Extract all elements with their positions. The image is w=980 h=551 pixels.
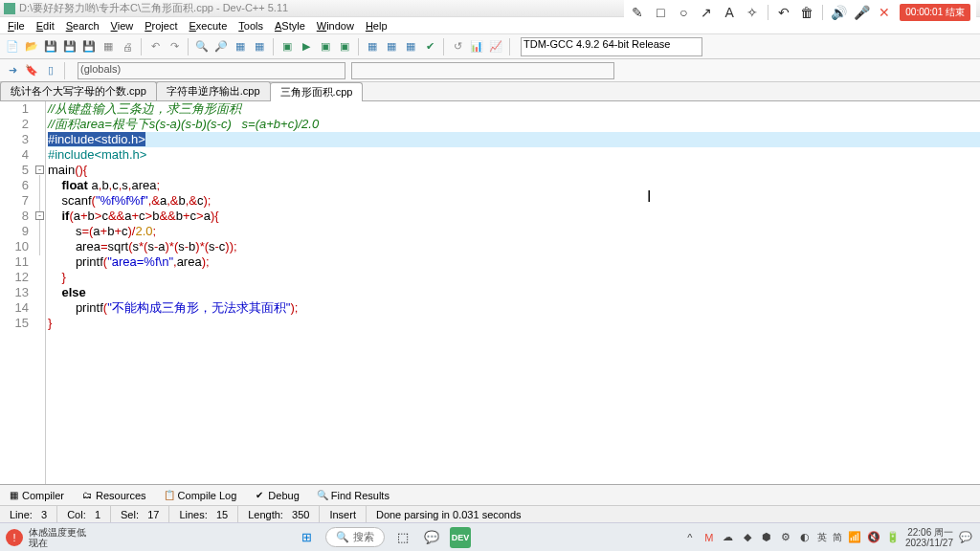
onedrive-icon[interactable]: ☁ — [722, 531, 735, 544]
goto-icon[interactable]: ▦ — [251, 38, 268, 55]
close-icon[interactable]: ▦ — [100, 38, 117, 55]
tray-icon[interactable]: M — [702, 531, 716, 544]
save-icon[interactable]: 💾 — [42, 38, 59, 55]
taskbar-search[interactable]: 🔍 搜索 — [325, 527, 385, 547]
debug-icon[interactable]: ▦ — [364, 38, 381, 55]
speaker-icon[interactable]: 🔊 — [831, 5, 846, 20]
editor-tab[interactable]: 统计各个大写字母的个数.cpp — [0, 81, 157, 100]
new-file-icon[interactable]: 📄 — [4, 38, 21, 55]
square-icon[interactable]: □ — [653, 5, 668, 20]
system-tray[interactable]: ^ M ☁ ◆ ⬢ ⚙ ◐ 英 简 📶 🔇 🔋 22:06 周一 2023/11… — [676, 527, 980, 548]
fold-toggle-icon[interactable]: - — [35, 211, 44, 220]
ime-lang[interactable]: 英 — [817, 531, 827, 544]
menu-view[interactable]: View — [105, 18, 140, 33]
windows-taskbar[interactable]: ! 体感温度更低 现在 ⊞ 🔍 搜索 ⬚ 💬 DEV ^ M ☁ ◆ ⬢ ⚙ ◐… — [0, 522, 980, 551]
tray-icon[interactable]: ◐ — [798, 531, 812, 544]
compile-icon[interactable]: ▣ — [278, 38, 296, 55]
menu-astyle[interactable]: AStyle — [269, 18, 311, 33]
code-line[interactable]: float a,b,c,s,area; — [48, 178, 980, 193]
code-line[interactable]: #include<math.h> — [48, 147, 980, 163]
bottom-tab-compiler[interactable]: ▦Compiler — [4, 488, 68, 503]
debug2-icon[interactable]: ▦ — [402, 38, 419, 55]
chart-icon[interactable]: 📊 — [468, 38, 485, 55]
tray-icon[interactable]: ⬢ — [760, 531, 773, 544]
compiler-select[interactable]: TDM-GCC 4.9.2 64-bit Release — [521, 37, 702, 56]
code-line[interactable]: else — [48, 285, 980, 300]
chat-icon[interactable]: 💬 — [421, 527, 442, 548]
code-line[interactable]: main(){ — [48, 163, 980, 178]
ime-mode[interactable]: 简 — [833, 531, 842, 544]
wifi-icon[interactable]: 📶 — [848, 531, 861, 544]
volume-icon[interactable]: 🔇 — [867, 531, 880, 544]
code-line[interactable]: area=sqrt(s*(s-a)*(s-b)*(s-c)); — [48, 239, 980, 254]
trash-icon[interactable]: 🗑 — [799, 5, 814, 20]
taskbar-clock[interactable]: 22:06 周一 2023/11/27 — [905, 527, 953, 548]
bottom-tab-debug[interactable]: ✔Debug — [250, 488, 302, 503]
open-icon[interactable]: 📂 — [23, 38, 40, 55]
bottom-tab-resources[interactable]: 🗂Resources — [78, 488, 150, 503]
arrow-icon[interactable]: ↗ — [699, 5, 714, 20]
bottom-tab-compile-log[interactable]: 📋Compile Log — [160, 488, 241, 503]
taskbar-weather[interactable]: ! 体感温度更低 现在 — [0, 527, 92, 548]
replace-icon[interactable]: 🔎 — [212, 38, 230, 55]
menu-search[interactable]: Search — [60, 18, 105, 33]
find-icon[interactable]: 🔍 — [193, 38, 211, 55]
member-select[interactable] — [351, 62, 614, 79]
code-editor[interactable]: 123456789101112131415 - - I //从键盘输入三条边，求… — [0, 101, 980, 484]
bottom-tab-find-results[interactable]: 🔍Find Results — [313, 488, 393, 503]
panel-icon[interactable]: ▯ — [42, 62, 59, 79]
code-line[interactable]: //从键盘输入三条边，求三角形面积 — [48, 101, 980, 117]
findfiles-icon[interactable]: ▦ — [232, 38, 249, 55]
debug-panel-icon[interactable]: ▦ — [383, 38, 400, 55]
editor-tab[interactable]: 三角形面积.cpp — [270, 82, 364, 101]
profile-icon[interactable]: ↺ — [449, 38, 466, 55]
undo-icon[interactable]: ↶ — [146, 38, 164, 55]
undo-icon[interactable]: ↶ — [776, 5, 791, 20]
battery-icon[interactable]: 🔋 — [886, 531, 900, 544]
code-line[interactable]: #include<stdio.h> — [48, 132, 980, 147]
close-rec-icon[interactable]: ✕ — [877, 5, 892, 20]
menu-help[interactable]: Help — [360, 18, 393, 33]
code-line[interactable]: printf("不能构成三角形，无法求其面积"); — [48, 300, 980, 316]
code-line[interactable]: if(a+b>c&&a+c>b&&b+c>a){ — [48, 209, 980, 224]
save-as-icon[interactable]: 💾 — [80, 38, 98, 55]
rebuild-icon[interactable]: ▣ — [336, 38, 353, 55]
code-line[interactable]: scanf("%f%f%f",&a,&b,&c); — [48, 193, 980, 209]
menu-file[interactable]: File — [2, 18, 31, 33]
code-line[interactable]: } — [48, 316, 980, 331]
tray-icon[interactable]: ⚙ — [779, 531, 792, 544]
text-icon[interactable]: A — [722, 5, 737, 20]
menu-tools[interactable]: Tools — [233, 18, 269, 33]
fold-column[interactable]: - - — [34, 101, 46, 484]
menu-window[interactable]: Window — [311, 18, 360, 33]
menu-edit[interactable]: Edit — [31, 18, 60, 33]
check-icon[interactable]: ✔ — [421, 38, 438, 55]
start-icon[interactable]: ⊞ — [297, 527, 318, 548]
redo-icon[interactable]: ↷ — [166, 38, 183, 55]
highlight-icon[interactable]: ✧ — [745, 5, 760, 20]
chart2-icon[interactable]: 📈 — [487, 38, 504, 55]
bookmark-icon[interactable]: 🔖 — [23, 62, 40, 79]
print-icon[interactable]: 🖨 — [119, 38, 136, 55]
notifications-icon[interactable]: 💬 — [959, 531, 972, 544]
editor-tab[interactable]: 字符串逆序输出.cpp — [156, 81, 271, 100]
compile-run-icon[interactable]: ▣ — [317, 38, 334, 55]
taskview-icon[interactable]: ⬚ — [392, 527, 413, 548]
mic-icon[interactable]: 🎤 — [854, 5, 869, 20]
circle-icon[interactable]: ○ — [676, 5, 691, 20]
tray-icon[interactable]: ◆ — [741, 531, 754, 544]
code-line[interactable]: s=(a+b+c)/2.0; — [48, 224, 980, 239]
menu-execute[interactable]: Execute — [184, 18, 234, 33]
code-line[interactable]: printf("area=%f\n",area); — [48, 254, 980, 270]
code-line[interactable]: } — [48, 270, 980, 285]
scope-select[interactable]: (globals) — [78, 62, 345, 79]
run-icon[interactable]: ▶ — [298, 38, 315, 55]
code-line[interactable]: //面积area=根号下s(s-a)(s-b)(s-c) s=(a+b+c)/2… — [48, 117, 980, 132]
save-all-icon[interactable]: 💾 — [61, 38, 78, 55]
goto-decl-icon[interactable]: ➜ — [4, 62, 21, 79]
record-timer[interactable]: 00:00:01 结束 — [900, 4, 970, 21]
app-devcpp-icon[interactable]: DEV — [450, 527, 471, 548]
chevron-up-icon[interactable]: ^ — [683, 531, 697, 544]
fold-toggle-icon[interactable]: - — [35, 165, 44, 174]
menu-project[interactable]: Project — [139, 18, 183, 33]
